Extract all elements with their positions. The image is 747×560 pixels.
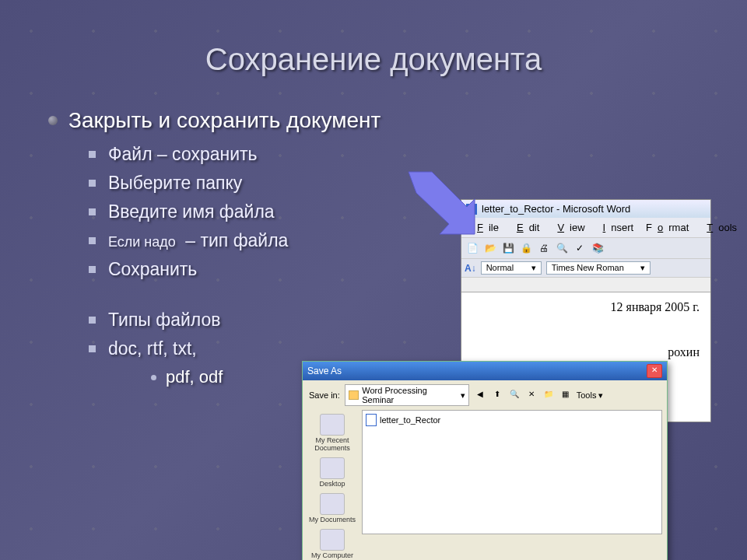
bullet-text: Файл – сохранить: [108, 144, 258, 165]
file-item[interactable]: letter_to_Rector: [366, 414, 658, 426]
side-recent[interactable]: My Recent Documents: [304, 411, 360, 454]
word-title-text: letter_to_Rector - Microsoft Word: [482, 203, 630, 215]
save-icon[interactable]: 💾: [500, 240, 516, 256]
square-icon: [89, 180, 96, 187]
permission-icon[interactable]: 🔒: [518, 240, 534, 256]
word-format-bar: A↓ Normal▾ Times New Roman▾: [461, 259, 710, 278]
saveas-title-text: Save As: [307, 366, 342, 376]
side-desktop[interactable]: Desktop: [304, 455, 360, 490]
word-ruler: [461, 278, 710, 292]
folder-icon: [349, 390, 359, 400]
spell-icon[interactable]: ✓: [572, 240, 587, 256]
bullet-text: doc, rtf, txt,: [108, 338, 197, 359]
word-toolbar: 📄 📂 💾 🔒 🖨 🔍 ✓ 📚: [461, 237, 710, 259]
delete-icon[interactable]: ✕: [525, 389, 538, 401]
square-icon: [89, 266, 96, 273]
doc-icon: [366, 414, 377, 426]
side-mydocs[interactable]: My Documents: [304, 491, 360, 526]
bullet-level1-text: Закрыть и сохранить документ: [68, 108, 381, 133]
dot-icon: [151, 375, 156, 380]
save-as-dialog: Save As ✕ Save in: Word Processing Semin…: [302, 361, 668, 560]
bullet-icon: [48, 116, 58, 125]
style-selector[interactable]: Normal▾: [481, 261, 542, 275]
open-icon[interactable]: 📂: [482, 240, 498, 256]
back-icon[interactable]: ◀: [474, 389, 486, 401]
menu-insert[interactable]: Insert: [592, 220, 640, 235]
saveas-filelist[interactable]: letter_to_Rector: [362, 410, 662, 534]
square-icon: [89, 237, 96, 244]
menu-format[interactable]: Format: [640, 220, 694, 235]
font-selector[interactable]: Times New Roman▾: [546, 261, 651, 275]
styles-icon[interactable]: A↓: [465, 263, 476, 274]
close-icon[interactable]: ✕: [647, 364, 662, 378]
bullet-text: Типы файлов: [108, 310, 221, 331]
bullet-text: Если надо – тип файла: [108, 230, 288, 251]
menu-edit[interactable]: Edit: [506, 220, 545, 235]
word-titlebar: letter_to_Rector - Microsoft Word: [461, 200, 710, 218]
tools-dropdown[interactable]: Tools ▾: [577, 390, 604, 401]
svg-marker-0: [409, 172, 475, 234]
square-icon: [89, 208, 96, 215]
doc-text-fragment: рохин: [472, 345, 700, 359]
bullet-text: Сохранить: [108, 259, 197, 280]
savein-label: Save in:: [309, 390, 340, 400]
bullet-level1: Закрыть и сохранить документ: [48, 108, 747, 133]
slide-title: Сохранение документа: [0, 0, 747, 77]
up-icon[interactable]: ⬆: [491, 389, 503, 401]
preview-icon[interactable]: 🔍: [554, 240, 570, 256]
docs-icon: [320, 493, 345, 515]
research-icon[interactable]: 📚: [590, 240, 605, 256]
square-icon: [89, 151, 96, 158]
menu-view[interactable]: View: [546, 220, 590, 235]
saveas-sidebar: My Recent Documents Desktop My Documents…: [303, 410, 362, 560]
menu-tools[interactable]: Tools: [696, 220, 742, 235]
doc-date: 12 января 2005 г.: [472, 300, 700, 314]
square-icon: [89, 345, 96, 352]
computer-icon: [320, 529, 345, 551]
side-mycomputer[interactable]: My Computer: [304, 527, 360, 560]
arrow-icon: [397, 168, 482, 238]
print-icon[interactable]: 🖨: [536, 240, 552, 256]
savein-dropdown[interactable]: Word Processing Seminar▾: [345, 384, 469, 406]
desktop-icon: [320, 457, 345, 479]
new-icon[interactable]: 📄: [465, 240, 480, 256]
saveas-titlebar: Save As ✕: [303, 362, 667, 380]
square-icon: [89, 317, 96, 324]
search-icon[interactable]: 🔍: [508, 389, 521, 401]
saveas-toolbar: Save in: Word Processing Seminar▾ ◀ ⬆ 🔍 …: [303, 380, 667, 410]
bullet-text: Выберите папку: [108, 173, 242, 194]
recent-icon: [320, 414, 345, 436]
bullet-level2: Файл – сохранить: [89, 144, 747, 165]
bullet-text: pdf, odf: [166, 367, 223, 387]
newfolder-icon[interactable]: 📁: [542, 389, 555, 401]
bullet-text: Введите имя файла: [108, 201, 275, 222]
word-menubar: File Edit View Insert Format Tools: [461, 218, 710, 237]
views-icon[interactable]: ▦: [559, 389, 572, 401]
